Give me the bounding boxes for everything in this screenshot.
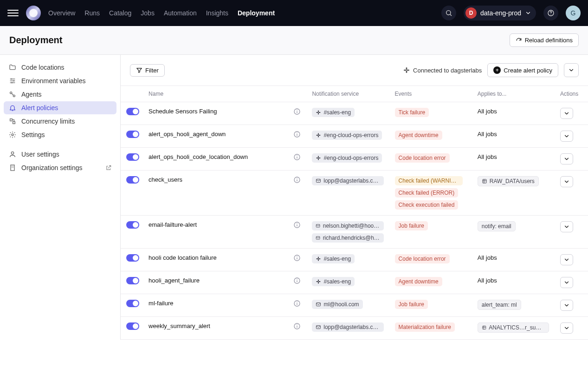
event-chip: Code location error [395,254,450,263]
chip-label: ml@hooli.com [323,301,359,308]
table-row: email-failture-alertnelson.bighetti@hool… [121,216,588,249]
folder-icon [8,64,17,71]
user-icon [8,151,17,158]
enabled-toggle[interactable] [126,300,139,307]
sidebar-item-code-locations[interactable]: Code locations [4,61,116,74]
nav-link-deployment[interactable]: Deployment [238,9,275,17]
enabled-toggle[interactable] [126,254,139,262]
event-chip: Job failure [395,300,428,309]
row-actions-button[interactable] [560,254,573,265]
notification-chip: lopp@dagsterlabs.com [312,176,383,185]
info-icon[interactable] [293,221,301,229]
chevron-down-icon [525,10,531,16]
info-icon[interactable] [293,153,301,161]
user-avatar-button[interactable]: G [566,6,581,20]
sidebar-item-label: Concurrency limits [21,118,75,125]
sidebar-item-label: Settings [21,131,45,138]
chip-label: #sales-eng [323,278,351,285]
org-badge: D [465,7,477,19]
enabled-toggle[interactable] [126,131,139,138]
sidebar-item-concurrency-limits[interactable]: Concurrency limits [4,115,116,128]
help-button[interactable] [543,6,558,20]
row-actions-button[interactable] [560,131,573,142]
info-icon[interactable] [293,176,301,184]
chip-label: notify: email [482,223,511,230]
search-button[interactable] [441,6,456,20]
info-icon[interactable] [293,277,301,284]
chevron-down-icon [563,256,570,263]
nav-link-automation[interactable]: Automation [164,9,197,17]
chip-label: alert_team: ml [482,302,517,308]
enabled-toggle[interactable] [126,108,139,115]
policy-name: hooli_agent_failure [149,277,200,284]
sidebar-item-alert-policies[interactable]: Alert policies [4,101,116,114]
toolbar-more-button[interactable] [564,63,579,77]
nav-link-overview[interactable]: Overview [48,9,75,17]
slack-icon [316,110,321,115]
event-chip: Agent downtime [395,131,442,140]
notification-chip: richard.hendricks@hooli.… [312,233,383,243]
filter-icon [136,67,142,73]
slack-icon [316,132,321,138]
sidebar-item-organization-settings[interactable]: Organization settings [4,161,116,174]
create-alert-policy-button[interactable]: + Create alert policy [487,63,558,77]
chip-label: Materialization failure [399,324,451,330]
policy-name: alert_ops_hooli_agent_down [149,131,226,138]
row-actions-button[interactable] [560,153,573,164]
org-switcher[interactable]: D data-eng-prod [464,6,536,20]
policy-name: hooli code location failure [149,254,217,261]
table-icon [482,178,487,184]
chip-label: richard.hendricks@hooli.… [323,235,380,241]
chevron-down-icon [563,133,570,139]
enabled-toggle[interactable] [126,221,139,229]
table-row: weekly_summary_alertlopp@dagsterlabs.com… [121,317,588,340]
reload-definitions-button[interactable]: Reload definitions [510,33,579,47]
org-icon [8,164,17,171]
sidebar-item-environment-variables[interactable]: Environment variables [4,74,116,87]
event-chip: Check failed (WARNING) [395,176,463,185]
chevron-down-icon [563,156,570,162]
info-icon[interactable] [293,300,301,307]
row-actions-button[interactable] [560,108,573,119]
info-icon[interactable] [293,131,301,138]
info-icon[interactable] [293,108,301,115]
policy-name: alert_ops_hooli_code_location_down [149,153,248,160]
row-actions-button[interactable] [560,322,573,334]
row-actions-button[interactable] [560,176,573,187]
plus-icon: + [493,66,501,74]
hamburger-menu-button[interactable] [7,7,19,19]
nav-link-insights[interactable]: Insights [206,9,228,17]
nav-link-runs[interactable]: Runs [84,9,100,17]
chip-label: Check failed (ERROR) [399,190,455,196]
chip-label: Job failure [399,223,424,229]
row-actions-button[interactable] [560,300,573,311]
email-icon [316,324,321,330]
filter-button[interactable]: Filter [130,64,165,77]
sidebar-item-agents[interactable]: Agents [4,88,116,101]
email-icon [316,223,320,229]
row-actions-button[interactable] [560,221,573,232]
nav-link-jobs[interactable]: Jobs [141,9,155,17]
tag-chip: alert_team: ml [478,300,521,310]
info-icon[interactable] [293,322,301,330]
nav-link-catalog[interactable]: Catalog [109,9,131,17]
info-icon[interactable] [293,254,301,262]
enabled-toggle[interactable] [126,277,139,284]
org-name: data-eng-prod [480,9,521,17]
sidebar-item-label: Organization settings [21,164,83,171]
enabled-toggle[interactable] [126,153,139,161]
asset-chip: RAW_DATA/users [478,176,539,186]
gear-icon [8,131,17,138]
enabled-toggle[interactable] [126,322,139,330]
chevron-down-icon [563,110,570,117]
sidebar-item-settings[interactable]: Settings [4,128,116,141]
row-actions-button[interactable] [560,277,573,288]
event-chip: Job failure [395,221,428,230]
app-logo[interactable] [26,6,41,20]
sidebar-item-label: Environment variables [21,77,86,85]
sidebar-item-user-settings[interactable]: User settings [4,148,116,161]
chip-label: Agent downtime [399,132,439,138]
enabled-toggle[interactable] [126,176,139,184]
chip-label: Agent downtime [399,278,439,285]
table-row: Schedule Sensors Failing#sales-engTick f… [121,102,588,125]
